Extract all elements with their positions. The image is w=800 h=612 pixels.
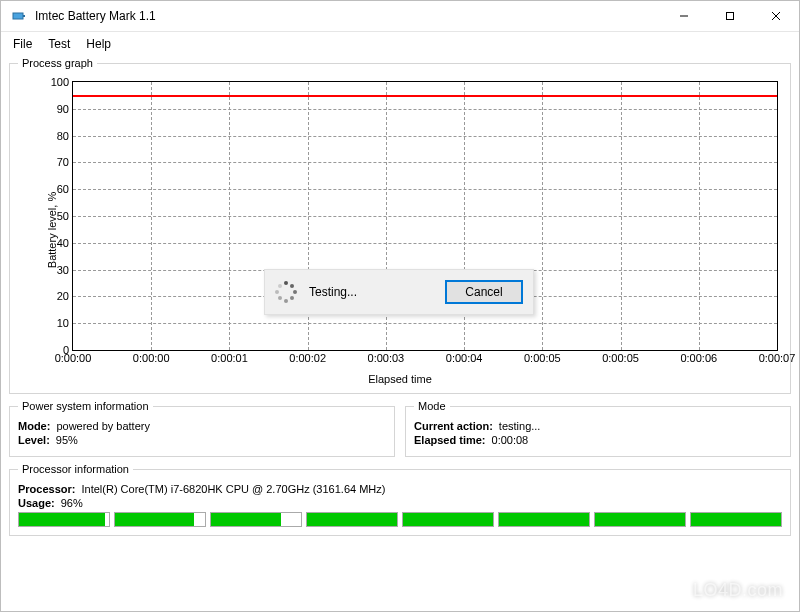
- cpu-core-bar: [210, 512, 302, 527]
- vgridline: [699, 82, 700, 350]
- y-tick: 30: [57, 264, 69, 276]
- dialog-message: Testing...: [309, 285, 433, 299]
- power-level-label: Level:: [18, 434, 50, 446]
- svg-rect-1: [23, 15, 25, 17]
- power-mode-label: Mode:: [18, 420, 50, 432]
- processor-label: Processor:: [18, 483, 75, 495]
- cpu-core-bar: [306, 512, 398, 527]
- app-icon: [11, 8, 27, 24]
- cpu-core-bar: [594, 512, 686, 527]
- menu-file[interactable]: File: [7, 35, 38, 53]
- x-tick: 0:00:00: [55, 352, 92, 364]
- elapsed-value: 0:00:08: [492, 434, 529, 446]
- y-tick: 20: [57, 290, 69, 302]
- x-tick: 0:00:07: [759, 352, 796, 364]
- y-tick: 80: [57, 130, 69, 142]
- cpu-core-bar: [402, 512, 494, 527]
- x-tick: 0:00:05: [602, 352, 639, 364]
- cpu-core-bar: [18, 512, 110, 527]
- menubar: File Test Help: [1, 32, 799, 56]
- vgridline: [542, 82, 543, 350]
- vgridline: [621, 82, 622, 350]
- usage-label: Usage:: [18, 497, 55, 509]
- app-window: Imtec Battery Mark 1.1 File Test Help Pr…: [0, 0, 800, 612]
- hgridline: [73, 243, 777, 244]
- maximize-button[interactable]: [707, 1, 753, 31]
- x-tick: 0:00:02: [289, 352, 326, 364]
- hgridline: [73, 109, 777, 110]
- usage-value: 96%: [61, 497, 83, 509]
- cpu-core-bar: [690, 512, 782, 527]
- x-tick: 0:00:05: [524, 352, 561, 364]
- y-tick: 70: [57, 156, 69, 168]
- testing-dialog: Testing... Cancel: [264, 269, 534, 315]
- x-tick: 0:00:04: [446, 352, 483, 364]
- vgridline: [151, 82, 152, 350]
- spinner-icon: [275, 281, 297, 303]
- x-axis-label: Elapsed time: [18, 373, 782, 385]
- cpu-usage-bars: [18, 512, 782, 527]
- titlebar[interactable]: Imtec Battery Mark 1.1: [1, 1, 799, 32]
- menu-help[interactable]: Help: [80, 35, 117, 53]
- window-controls: [661, 1, 799, 31]
- y-tick: 100: [51, 76, 69, 88]
- power-info-legend: Power system information: [18, 400, 153, 412]
- current-action-value: testing...: [499, 420, 541, 432]
- hgridline: [73, 162, 777, 163]
- power-mode-value: powered by battery: [56, 420, 150, 432]
- mode-group: Mode Current action:testing... Elapsed t…: [405, 400, 791, 457]
- hgridline: [73, 216, 777, 217]
- process-graph-group: Process graph Battery level, % 010203040…: [9, 57, 791, 394]
- window-title: Imtec Battery Mark 1.1: [35, 9, 661, 23]
- mode-legend: Mode: [414, 400, 450, 412]
- y-axis-label: Battery level, %: [46, 192, 58, 268]
- hgridline: [73, 189, 777, 190]
- processor-value: Intel(R) Core(TM) i7-6820HK CPU @ 2.70GH…: [81, 483, 385, 495]
- y-tick: 40: [57, 237, 69, 249]
- chart: Battery level, % 01020304050607080901000…: [18, 75, 782, 385]
- svg-rect-0: [13, 13, 23, 19]
- y-tick: 50: [57, 210, 69, 222]
- power-level-value: 95%: [56, 434, 78, 446]
- x-tick: 0:00:06: [680, 352, 717, 364]
- svg-rect-3: [727, 13, 734, 20]
- y-tick: 90: [57, 103, 69, 115]
- elapsed-label: Elapsed time:: [414, 434, 486, 446]
- process-graph-legend: Process graph: [18, 57, 97, 69]
- processor-info-group: Processor information Processor:Intel(R)…: [9, 463, 791, 536]
- minimize-button[interactable]: [661, 1, 707, 31]
- cpu-core-bar: [498, 512, 590, 527]
- processor-info-legend: Processor information: [18, 463, 133, 475]
- hgridline: [73, 136, 777, 137]
- menu-test[interactable]: Test: [42, 35, 76, 53]
- power-info-group: Power system information Mode:powered by…: [9, 400, 395, 457]
- x-tick: 0:00:03: [368, 352, 405, 364]
- y-tick: 10: [57, 317, 69, 329]
- close-button[interactable]: [753, 1, 799, 31]
- hgridline: [73, 323, 777, 324]
- battery-series-line: [73, 95, 777, 97]
- y-tick: 60: [57, 183, 69, 195]
- x-tick: 0:00:00: [133, 352, 170, 364]
- vgridline: [229, 82, 230, 350]
- cpu-core-bar: [114, 512, 206, 527]
- client-area: Process graph Battery level, % 010203040…: [9, 57, 791, 603]
- x-tick: 0:00:01: [211, 352, 248, 364]
- current-action-label: Current action:: [414, 420, 493, 432]
- cancel-button[interactable]: Cancel: [445, 280, 523, 304]
